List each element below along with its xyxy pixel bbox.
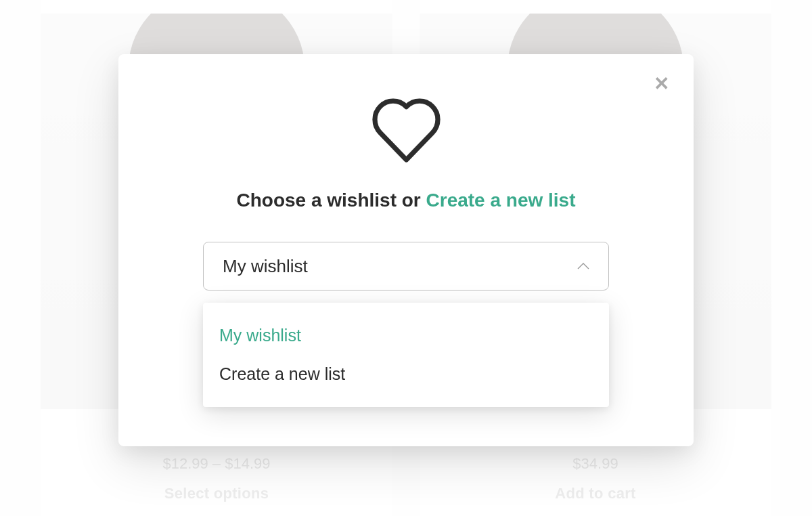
heart-icon <box>367 98 445 166</box>
wishlist-select[interactable]: My wishlist <box>203 242 609 291</box>
wishlist-chooser-modal: ✕ Choose a wishlist or Create a new list… <box>118 54 694 446</box>
wishlist-dropdown: My wishlist Create a new list <box>203 303 609 407</box>
modal-heading: Choose a wishlist or Create a new list <box>152 190 660 211</box>
dropdown-option-my-wishlist[interactable]: My wishlist <box>203 316 609 355</box>
wishlist-select-value: My wishlist <box>223 256 308 277</box>
create-new-list-link[interactable]: Create a new list <box>426 190 576 211</box>
wishlist-select-wrap: My wishlist My wishlist Create a new lis… <box>203 242 609 291</box>
dropdown-option-create-new[interactable]: Create a new list <box>203 355 609 393</box>
close-button[interactable]: ✕ <box>650 73 672 95</box>
modal-heading-text: Choose a wishlist or <box>236 190 426 211</box>
chevron-up-icon <box>577 263 589 270</box>
close-icon: ✕ <box>654 74 669 93</box>
